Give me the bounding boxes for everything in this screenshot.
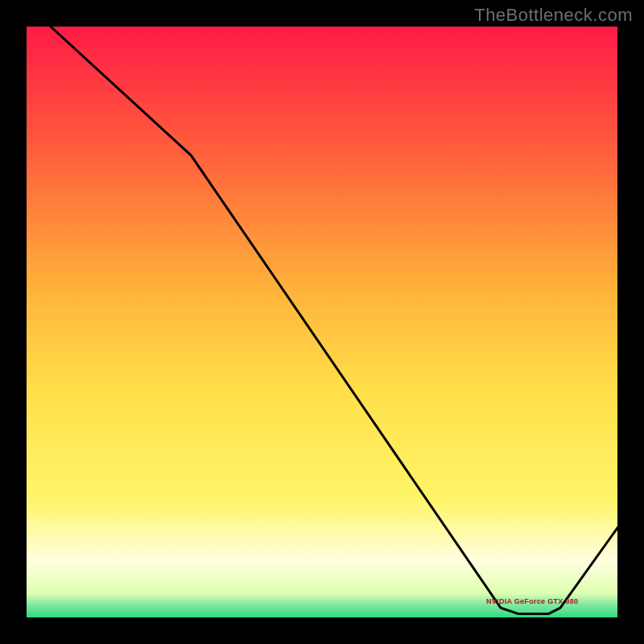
watermark-text: TheBottleneck.com [474, 5, 633, 26]
x-axis-optimal-label: NVIDIA GeForce GTX 980 [486, 597, 578, 605]
plot-area: NVIDIA GeForce GTX 980 [24, 24, 620, 620]
chart-stage: TheBottleneck.com NVIDIA GeForce GTX 980 [0, 0, 644, 644]
plot-border [24, 24, 620, 620]
